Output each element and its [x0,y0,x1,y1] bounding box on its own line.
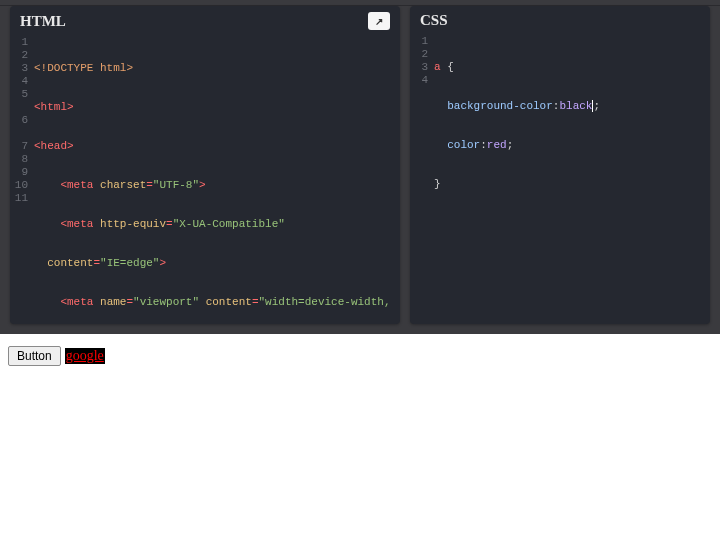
editor-panels: HTML ↗ 1234 5 6 7891011 <!DOCTYPE html> … [0,6,720,334]
preview-link[interactable]: google [65,348,105,364]
html-panel-header: HTML ↗ [10,6,400,34]
output-preview: Button google [0,334,720,378]
css-code-area[interactable]: a { background-color:black; color:red; } [432,35,710,324]
css-panel-title: CSS [420,12,448,29]
css-panel-header: CSS [410,6,710,33]
css-editor[interactable]: 1234 a { background-color:black; color:r… [410,33,710,324]
html-panel-title: HTML [20,13,66,30]
html-panel: HTML ↗ 1234 5 6 7891011 <!DOCTYPE html> … [10,6,400,324]
html-code-area[interactable]: <!DOCTYPE html> <html> <head> <meta char… [32,36,400,324]
css-panel: CSS 1234 a { background-color:black; col… [410,6,710,324]
css-line-gutter: 1234 [410,35,432,324]
html-editor[interactable]: 1234 5 6 7891011 <!DOCTYPE html> <html> … [10,34,400,324]
doctype: <!DOCTYPE html> [34,62,133,74]
expand-panel-button[interactable]: ↗ [368,12,390,30]
preview-button[interactable]: Button [8,346,61,366]
html-line-gutter: 1234 5 6 7891011 [10,36,32,324]
expand-icon: ↗ [375,16,383,27]
